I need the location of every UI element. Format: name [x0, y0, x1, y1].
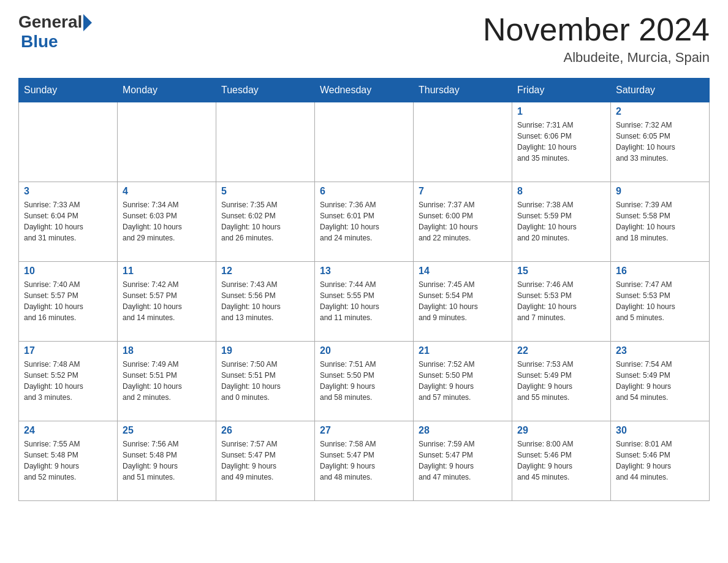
- calendar-cell: 8Sunrise: 7:38 AMSunset: 5:59 PMDaylight…: [512, 182, 611, 262]
- title-section: November 2024 Albudeite, Murcia, Spain: [483, 12, 710, 66]
- month-title: November 2024: [483, 12, 710, 47]
- logo-text: General: [18, 12, 92, 32]
- weekday-header-sunday: Sunday: [19, 79, 118, 102]
- calendar-week-row: 24Sunrise: 7:55 AMSunset: 5:48 PMDayligh…: [19, 421, 710, 501]
- page-header: General Blue November 2024 Albudeite, Mu…: [18, 12, 710, 66]
- calendar-cell: 13Sunrise: 7:44 AMSunset: 5:55 PMDayligh…: [315, 262, 414, 342]
- day-number: 11: [123, 266, 211, 277]
- day-info: Sunrise: 7:35 AMSunset: 6:02 PMDaylight:…: [221, 199, 309, 243]
- calendar-cell: 20Sunrise: 7:51 AMSunset: 5:50 PMDayligh…: [315, 342, 414, 421]
- day-number: 8: [517, 186, 605, 197]
- day-info: Sunrise: 7:32 AMSunset: 6:05 PMDaylight:…: [616, 120, 704, 164]
- calendar-cell: 2Sunrise: 7:32 AMSunset: 6:05 PMDaylight…: [611, 102, 710, 182]
- day-info: Sunrise: 7:44 AMSunset: 5:55 PMDaylight:…: [320, 279, 408, 323]
- day-info: Sunrise: 7:52 AMSunset: 5:50 PMDaylight:…: [419, 359, 507, 403]
- calendar-cell: 16Sunrise: 7:47 AMSunset: 5:53 PMDayligh…: [611, 262, 710, 342]
- calendar-cell: 26Sunrise: 7:57 AMSunset: 5:47 PMDayligh…: [216, 421, 315, 501]
- day-info: Sunrise: 7:38 AMSunset: 5:59 PMDaylight:…: [517, 199, 605, 243]
- day-info: Sunrise: 7:48 AMSunset: 5:52 PMDaylight:…: [24, 359, 112, 403]
- calendar-cell: 15Sunrise: 7:46 AMSunset: 5:53 PMDayligh…: [512, 262, 611, 342]
- day-number: 1: [517, 106, 605, 117]
- calendar-cell: 22Sunrise: 7:53 AMSunset: 5:49 PMDayligh…: [512, 342, 611, 421]
- calendar-cell: 12Sunrise: 7:43 AMSunset: 5:56 PMDayligh…: [216, 262, 315, 342]
- day-number: 21: [419, 345, 507, 356]
- day-info: Sunrise: 7:45 AMSunset: 5:54 PMDaylight:…: [419, 279, 507, 323]
- weekday-header-friday: Friday: [512, 79, 611, 102]
- calendar-cell: 21Sunrise: 7:52 AMSunset: 5:50 PMDayligh…: [414, 342, 512, 421]
- calendar-cell: 11Sunrise: 7:42 AMSunset: 5:57 PMDayligh…: [118, 262, 216, 342]
- weekday-header-wednesday: Wednesday: [315, 79, 414, 102]
- day-info: Sunrise: 7:36 AMSunset: 6:01 PMDaylight:…: [320, 199, 408, 243]
- logo: General Blue: [18, 12, 92, 52]
- location-title: Albudeite, Murcia, Spain: [483, 50, 710, 66]
- day-info: Sunrise: 7:54 AMSunset: 5:49 PMDaylight:…: [616, 359, 704, 403]
- day-number: 25: [123, 425, 211, 436]
- calendar-week-row: 3Sunrise: 7:33 AMSunset: 6:04 PMDaylight…: [19, 182, 710, 262]
- calendar-cell: 24Sunrise: 7:55 AMSunset: 5:48 PMDayligh…: [19, 421, 118, 501]
- day-number: 6: [320, 186, 408, 197]
- day-info: Sunrise: 7:57 AMSunset: 5:47 PMDaylight:…: [221, 439, 309, 483]
- calendar-cell: [216, 102, 315, 182]
- day-number: 19: [221, 345, 309, 356]
- day-info: Sunrise: 8:00 AMSunset: 5:46 PMDaylight:…: [517, 439, 605, 483]
- weekday-header-tuesday: Tuesday: [216, 79, 315, 102]
- calendar-cell: 7Sunrise: 7:37 AMSunset: 6:00 PMDaylight…: [414, 182, 512, 262]
- calendar-cell: 17Sunrise: 7:48 AMSunset: 5:52 PMDayligh…: [19, 342, 118, 421]
- day-number: 16: [616, 266, 704, 277]
- calendar-cell: 5Sunrise: 7:35 AMSunset: 6:02 PMDaylight…: [216, 182, 315, 262]
- logo-arrow-icon: [83, 14, 92, 31]
- calendar-cell: 28Sunrise: 7:59 AMSunset: 5:47 PMDayligh…: [414, 421, 512, 501]
- weekday-header-row: SundayMondayTuesdayWednesdayThursdayFrid…: [19, 79, 710, 102]
- calendar-week-row: 1Sunrise: 7:31 AMSunset: 6:06 PMDaylight…: [19, 102, 710, 182]
- day-number: 26: [221, 425, 309, 436]
- calendar-cell: 4Sunrise: 7:34 AMSunset: 6:03 PMDaylight…: [118, 182, 216, 262]
- day-info: Sunrise: 7:37 AMSunset: 6:00 PMDaylight:…: [419, 199, 507, 243]
- calendar-cell: 6Sunrise: 7:36 AMSunset: 6:01 PMDaylight…: [315, 182, 414, 262]
- day-number: 20: [320, 345, 408, 356]
- day-info: Sunrise: 7:58 AMSunset: 5:47 PMDaylight:…: [320, 439, 408, 483]
- day-number: 12: [221, 266, 309, 277]
- day-number: 2: [616, 106, 704, 117]
- day-number: 15: [517, 266, 605, 277]
- calendar-cell: 18Sunrise: 7:49 AMSunset: 5:51 PMDayligh…: [118, 342, 216, 421]
- calendar-cell: 14Sunrise: 7:45 AMSunset: 5:54 PMDayligh…: [414, 262, 512, 342]
- day-info: Sunrise: 7:34 AMSunset: 6:03 PMDaylight:…: [123, 199, 211, 243]
- calendar-cell: 27Sunrise: 7:58 AMSunset: 5:47 PMDayligh…: [315, 421, 414, 501]
- calendar-cell: 19Sunrise: 7:50 AMSunset: 5:51 PMDayligh…: [216, 342, 315, 421]
- day-info: Sunrise: 7:49 AMSunset: 5:51 PMDaylight:…: [123, 359, 211, 403]
- calendar-cell: 10Sunrise: 7:40 AMSunset: 5:57 PMDayligh…: [19, 262, 118, 342]
- calendar-cell: 1Sunrise: 7:31 AMSunset: 6:06 PMDaylight…: [512, 102, 611, 182]
- calendar-cell: 30Sunrise: 8:01 AMSunset: 5:46 PMDayligh…: [611, 421, 710, 501]
- day-number: 7: [419, 186, 507, 197]
- day-number: 9: [616, 186, 704, 197]
- day-number: 17: [24, 345, 112, 356]
- weekday-header-monday: Monday: [118, 79, 216, 102]
- logo-blue-text: Blue: [21, 32, 58, 52]
- day-info: Sunrise: 7:59 AMSunset: 5:47 PMDaylight:…: [419, 439, 507, 483]
- calendar-cell: [315, 102, 414, 182]
- day-info: Sunrise: 7:43 AMSunset: 5:56 PMDaylight:…: [221, 279, 309, 323]
- day-number: 24: [24, 425, 112, 436]
- logo-general-text: General: [18, 12, 82, 32]
- day-info: Sunrise: 7:55 AMSunset: 5:48 PMDaylight:…: [24, 439, 112, 483]
- day-info: Sunrise: 7:33 AMSunset: 6:04 PMDaylight:…: [24, 199, 112, 243]
- calendar-cell: 9Sunrise: 7:39 AMSunset: 5:58 PMDaylight…: [611, 182, 710, 262]
- weekday-header-saturday: Saturday: [611, 79, 710, 102]
- day-info: Sunrise: 7:31 AMSunset: 6:06 PMDaylight:…: [517, 120, 605, 164]
- calendar-cell: 3Sunrise: 7:33 AMSunset: 6:04 PMDaylight…: [19, 182, 118, 262]
- day-info: Sunrise: 7:47 AMSunset: 5:53 PMDaylight:…: [616, 279, 704, 323]
- calendar-cell: 29Sunrise: 8:00 AMSunset: 5:46 PMDayligh…: [512, 421, 611, 501]
- day-number: 22: [517, 345, 605, 356]
- day-info: Sunrise: 8:01 AMSunset: 5:46 PMDaylight:…: [616, 439, 704, 483]
- day-info: Sunrise: 7:42 AMSunset: 5:57 PMDaylight:…: [123, 279, 211, 323]
- calendar-cell: 25Sunrise: 7:56 AMSunset: 5:48 PMDayligh…: [118, 421, 216, 501]
- day-info: Sunrise: 7:51 AMSunset: 5:50 PMDaylight:…: [320, 359, 408, 403]
- day-info: Sunrise: 7:53 AMSunset: 5:49 PMDaylight:…: [517, 359, 605, 403]
- day-number: 5: [221, 186, 309, 197]
- day-info: Sunrise: 7:56 AMSunset: 5:48 PMDaylight:…: [123, 439, 211, 483]
- calendar-week-row: 10Sunrise: 7:40 AMSunset: 5:57 PMDayligh…: [19, 262, 710, 342]
- calendar-table: SundayMondayTuesdayWednesdayThursdayFrid…: [18, 78, 710, 501]
- day-number: 29: [517, 425, 605, 436]
- day-number: 14: [419, 266, 507, 277]
- calendar-week-row: 17Sunrise: 7:48 AMSunset: 5:52 PMDayligh…: [19, 342, 710, 421]
